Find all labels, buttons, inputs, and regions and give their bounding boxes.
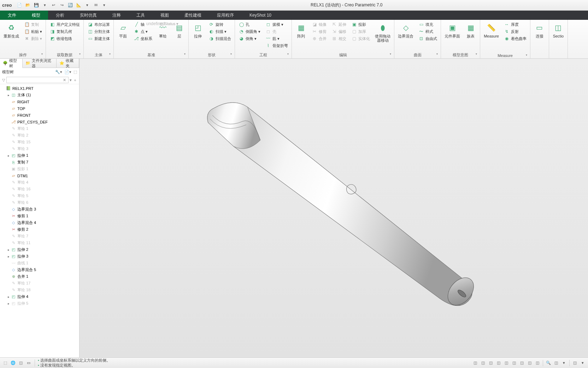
rg8-big1[interactable]: ▦族表 — [464, 21, 478, 52]
tree-tool-0[interactable]: 🔧▾ — [55, 70, 62, 74]
tree-node-27[interactable]: ◇边界混合 5 — [0, 266, 79, 273]
model-tree[interactable]: 📗RELX1.PRT▸◫主体 (1)▱RIGHT▱TOP▱FRONT⎇PRT_C… — [0, 84, 79, 357]
ribbon-group-label-5[interactable]: 工程 — [237, 52, 289, 58]
tree-node-5[interactable]: ⎇PRT_CSYS_DEF — [0, 119, 79, 125]
qat-btn-10[interactable]: ▾ — [101, 2, 107, 8]
ribbon-tab-1[interactable]: 分析 — [48, 11, 72, 20]
status-right-btn-2[interactable]: ◫ — [488, 360, 494, 366]
ribbon-group-label-0[interactable]: 操作 — [2, 52, 43, 58]
status-left-btn-3[interactable]: ▭ — [25, 360, 32, 366]
rg4-c2[interactable]: ◑扫描混合 — [207, 35, 233, 42]
rg1-c1[interactable]: ◨复制几何 — [48, 28, 81, 35]
rg10-big0[interactable]: ▭连接 — [533, 21, 547, 57]
tree-node-11[interactable]: ⎘复制 7 — [0, 159, 79, 166]
status-left-btn-1[interactable]: 🌐 — [10, 360, 16, 366]
rg5-c2-0[interactable]: ◻拔模 ▾ — [264, 21, 289, 28]
tree-node-30[interactable]: ✎草绘 18 — [0, 287, 79, 293]
status-right-btn-0[interactable]: ◫ — [472, 360, 478, 366]
filter-menu-icon[interactable]: ▾ — [70, 78, 72, 82]
tree-node-20[interactable]: ◇边界混合 4 — [0, 219, 79, 226]
rg9-big0[interactable]: 📏Measure — [482, 21, 500, 53]
rg9-c0[interactable]: ↔厚度 — [502, 21, 528, 28]
rg0-big0[interactable]: ♻重新生成 — [2, 21, 20, 52]
tree-node-23[interactable]: ✎草绘 11 — [0, 240, 79, 246]
side-tab-2[interactable]: ⭐收藏夹 — [57, 59, 79, 68]
tree-node-32[interactable]: ▸◰拉伸 5 — [0, 300, 79, 307]
tree-expand-24[interactable]: ▸ — [6, 248, 11, 252]
tree-node-12[interactable]: ▣投影 1 — [0, 166, 79, 172]
ribbon-group-label-4[interactable]: 形状 — [191, 52, 233, 58]
tree-node-19[interactable]: ✂修剪 1 — [0, 213, 79, 219]
tree-tool-1[interactable]: 📄▾ — [64, 70, 71, 74]
tree-node-3[interactable]: ▱TOP — [0, 105, 79, 112]
filter-icon[interactable]: ▽ — [2, 78, 5, 82]
tree-node-16[interactable]: ✎草绘 5 — [0, 192, 79, 199]
ribbon-group-label-1[interactable]: 获取数据 — [48, 52, 81, 58]
rg4-c1[interactable]: ◐扫描 ▾ — [207, 28, 233, 35]
rg4-c0[interactable]: ⟳旋转 — [207, 21, 233, 28]
tree-node-15[interactable]: ✎草绘 16 — [0, 186, 79, 192]
ribbon-group-label-11[interactable] — [551, 57, 565, 58]
ribbon-group-label-3[interactable]: 基准 — [116, 52, 186, 58]
tab-file[interactable]: 文件 — [0, 11, 24, 20]
filter-input[interactable] — [6, 77, 69, 83]
side-tab-0[interactable]: 🌳模型树 — [0, 59, 23, 68]
status-right-btn-14[interactable]: ◫ — [572, 360, 578, 366]
ribbon-tab-3[interactable]: 注释 — [105, 11, 129, 20]
status-right-btn-3[interactable]: ◫ — [495, 360, 502, 366]
rg4-big0[interactable]: ◰拉伸 — [191, 21, 205, 52]
rg5-c1-1[interactable]: ◔倒圆角 ▾ — [237, 28, 262, 35]
rg6-big0[interactable]: ▦阵列 — [294, 21, 308, 52]
rg0-c1[interactable]: 📋粘贴 ▾ — [23, 28, 43, 35]
status-right-btn-15[interactable]: ▾ — [580, 360, 586, 366]
rg7-c2[interactable]: ⊡自由式 — [417, 35, 439, 42]
status-right-btn-1[interactable]: ◫ — [480, 360, 486, 366]
tree-node-1[interactable]: ▸◫主体 (1) — [0, 92, 79, 98]
tree-node-25[interactable]: ▸◰拉伸 3 — [0, 253, 79, 260]
qat-btn-2[interactable]: 💾 — [34, 2, 39, 8]
status-left-btn-0[interactable]: ⬚ — [2, 360, 8, 366]
tree-node-0[interactable]: 📗RELX1.PRT — [0, 85, 79, 92]
tree-node-29[interactable]: ✎草绘 17 — [0, 280, 79, 287]
status-right-btn-6[interactable]: ◫ — [519, 360, 525, 366]
rg3-c1[interactable]: ✱点 ▾ — [132, 28, 154, 35]
status-right-btn-10[interactable]: 🔍 — [545, 360, 552, 366]
status-left-btn-2[interactable]: ◫ — [18, 360, 24, 366]
tree-node-31[interactable]: ▸◰拉伸 4 — [0, 293, 79, 300]
status-right-btn-11[interactable]: ◫ — [553, 360, 559, 366]
rg6-c3-0[interactable]: ▣投影 — [350, 21, 371, 28]
qat-btn-3[interactable]: ▾ — [42, 2, 48, 8]
ribbon-group-label-6[interactable]: 编辑 — [294, 52, 392, 58]
rg3-c2[interactable]: ⎇坐标系 — [132, 35, 154, 42]
ribbon-tab-4[interactable]: 工具 — [129, 11, 153, 20]
tree-node-17[interactable]: ✎草绘 6 — [0, 199, 79, 206]
tree-expand-25[interactable]: ▸ — [6, 255, 11, 258]
tree-node-6[interactable]: ✎草绘 1 — [0, 125, 79, 132]
rg11-big0[interactable]: ◫Sectio — [551, 21, 565, 57]
tree-node-14[interactable]: ✎草绘 4 — [0, 179, 79, 186]
rg1-c0[interactable]: ◧用户定义特征 — [48, 21, 81, 28]
qat-btn-9[interactable]: ✉ — [93, 2, 99, 8]
tree-node-4[interactable]: ▱FRONT — [0, 112, 79, 119]
side-tab-1[interactable]: 📁文件夹浏览器 — [23, 59, 56, 68]
status-right-btn-12[interactable]: ▾ — [561, 360, 567, 366]
rg9-c1[interactable]: ↯反射 — [502, 28, 528, 35]
tree-node-7[interactable]: ✎草绘 2 — [0, 132, 79, 139]
rg5-c2-2[interactable]: 〰筋 ▾ — [264, 35, 289, 42]
status-right-btn-4[interactable]: ◫ — [503, 360, 510, 366]
tree-node-9[interactable]: ✎草绘 3 — [0, 145, 79, 152]
status-right-btn-8[interactable]: ◫ — [534, 360, 541, 366]
qat-btn-8[interactable]: ▾ — [84, 2, 90, 8]
rg5-c1-2[interactable]: ◕倒角 ▾ — [237, 35, 262, 42]
ribbon-group-label-9[interactable]: Measure — [482, 53, 528, 58]
tree-node-18[interactable]: ◇边界混合 3 — [0, 206, 79, 213]
tree-node-28[interactable]: ⊕合并 1 — [0, 273, 79, 280]
qat-btn-7[interactable]: 📐 — [76, 2, 82, 8]
ribbon-tab-0[interactable]: 模型 — [24, 11, 48, 20]
ribbon-tab-6[interactable]: 柔性建模 — [177, 11, 209, 20]
rg7-big0[interactable]: ◇边界混合 — [396, 21, 415, 52]
graphics-canvas[interactable] — [80, 59, 588, 357]
tree-node-22[interactable]: ✎草绘 7 — [0, 233, 79, 240]
clear-filter-icon[interactable]: ✕ — [63, 78, 66, 82]
tree-node-24[interactable]: ▸◰拉伸 2 — [0, 246, 79, 253]
